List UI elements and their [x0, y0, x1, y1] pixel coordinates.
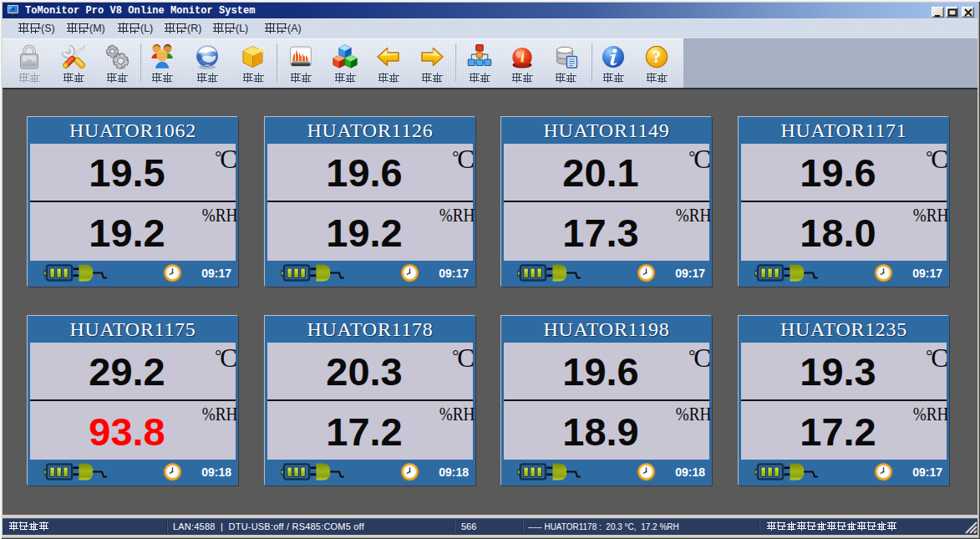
svg-text:?: ?	[652, 47, 662, 67]
